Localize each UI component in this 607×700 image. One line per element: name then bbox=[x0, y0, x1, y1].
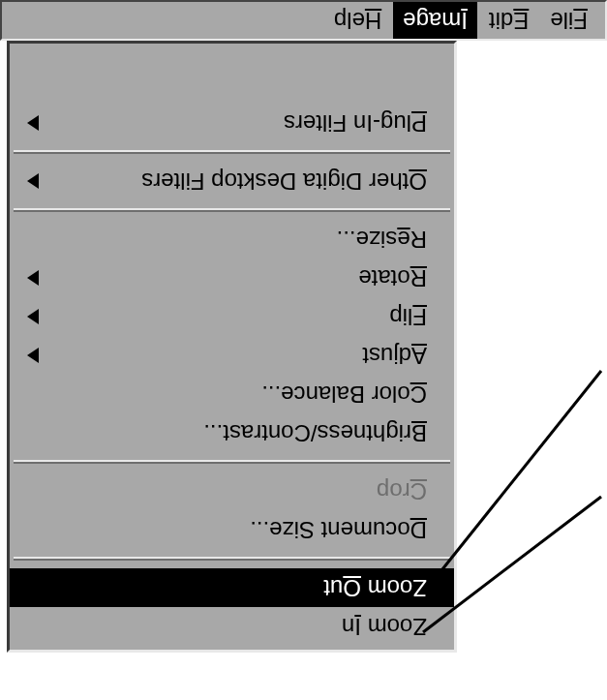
menu-item-label-post: ocument Size... bbox=[250, 517, 410, 543]
menu-separator bbox=[14, 460, 450, 464]
menu-separator bbox=[14, 208, 450, 212]
menubar-item-file[interactable]: File bbox=[540, 2, 597, 39]
menubar: FileEditImageHelp bbox=[0, 0, 607, 41]
menu-item-brightness-contrast[interactable]: Brightness/Contrast... bbox=[10, 413, 454, 452]
menu-item-plug-in-filters[interactable]: Plug-In Filters bbox=[10, 104, 454, 142]
menu-item-label-mnemonic: R bbox=[410, 265, 427, 291]
submenu-arrow-icon bbox=[27, 348, 39, 363]
menu-item-resize[interactable]: Resize... bbox=[10, 220, 454, 259]
submenu-arrow-icon bbox=[27, 270, 39, 286]
menu-item-label-post: rop bbox=[377, 478, 410, 504]
submenu-arrow-icon bbox=[27, 115, 39, 131]
menu-separator bbox=[14, 557, 450, 561]
menubar-label-post: ile bbox=[550, 8, 573, 34]
menubar-item-help[interactable]: Help bbox=[324, 2, 391, 39]
menu-item-label-mnemonic: D bbox=[410, 517, 427, 543]
image-menu-dropdown: Zoom InZoom OutDocument Size...CropBrigh… bbox=[7, 41, 457, 653]
menu-item-label-mnemonic: C bbox=[410, 381, 427, 408]
menu-item-label-pre: R bbox=[410, 227, 427, 253]
menubar-label-mnemonic: I bbox=[461, 8, 468, 34]
menubar-label-post: mage bbox=[403, 8, 461, 34]
menu-item-label-mnemonic: P bbox=[411, 110, 427, 137]
menu-item-label-post: olor Balance... bbox=[261, 381, 410, 408]
menu-item-label-mnemonic: O bbox=[409, 168, 427, 195]
menu-item-label-post: lip bbox=[389, 304, 412, 330]
menu-item-label-mnemonic: C bbox=[410, 478, 427, 504]
submenu-arrow-icon bbox=[27, 309, 39, 324]
menu-item-label-mnemonic: I bbox=[354, 614, 361, 640]
menubar-label-mnemonic: E bbox=[513, 8, 529, 34]
menu-item-label-pre: Zoom bbox=[361, 614, 427, 640]
menubar-label-mnemonic: F bbox=[573, 8, 588, 34]
menu-item-adjust[interactable]: Adjust bbox=[10, 336, 454, 375]
menu-item-crop: Crop bbox=[10, 472, 454, 510]
menubar-label-mnemonic: H bbox=[365, 8, 381, 34]
menu-item-label-post: rightness/Contrast... bbox=[203, 420, 411, 446]
menu-item-label-post: n bbox=[342, 614, 354, 640]
menubar-item-image[interactable]: Image bbox=[393, 2, 477, 39]
menu-item-label-post: size... bbox=[337, 227, 398, 253]
menu-item-color-balance[interactable]: Color Balance... bbox=[10, 375, 454, 413]
menu-item-label-post: otate bbox=[358, 265, 410, 291]
menu-item-label-mnemonic: e bbox=[397, 227, 410, 253]
menu-item-label-mnemonic: O bbox=[343, 575, 361, 601]
menu-item-label-post: ut bbox=[323, 575, 343, 601]
menubar-item-edit[interactable]: Edit bbox=[479, 2, 538, 39]
menu-item-label-pre: Zoom bbox=[361, 575, 427, 601]
menu-item-document-size[interactable]: Document Size... bbox=[10, 510, 454, 549]
menu-item-label-mnemonic: F bbox=[412, 304, 427, 330]
menu-item-label-post: ther Digita Desktop Filters bbox=[141, 168, 409, 195]
menu-item-zoom-out[interactable]: Zoom Out bbox=[10, 568, 454, 607]
menu-item-label-mnemonic: B bbox=[411, 420, 427, 446]
menubar-label-post: dit bbox=[489, 8, 513, 34]
menu-item-label-post: lug-In Filters bbox=[284, 110, 411, 137]
menubar-label-post: elp bbox=[334, 8, 365, 34]
menu-separator bbox=[14, 150, 450, 154]
menu-item-flip[interactable]: Flip bbox=[10, 297, 454, 336]
menu-item-label-mnemonic: A bbox=[411, 343, 427, 369]
menu-item-zoom-in[interactable]: Zoom In bbox=[10, 607, 454, 646]
menu-item-rotate[interactable]: Rotate bbox=[10, 259, 454, 297]
submenu-arrow-icon bbox=[27, 173, 39, 189]
menu-item-label-post: djust bbox=[362, 343, 411, 369]
menu-item-other-digita-desktop-filters[interactable]: Other Digita Desktop Filters bbox=[10, 162, 454, 200]
